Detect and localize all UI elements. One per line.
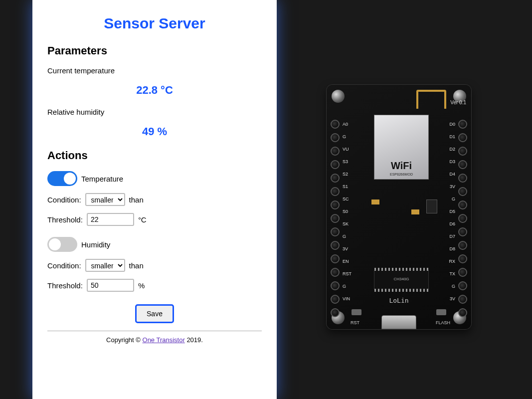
temp-condition-suffix: than	[129, 196, 144, 204]
current-temperature-label: Current temperature	[47, 66, 262, 75]
footer: Copyright © One Transistor 2019.	[47, 336, 262, 344]
board-version: Ver 0.1	[450, 100, 466, 105]
hum-condition-select[interactable]: smaller	[85, 259, 125, 272]
esp8266-shield: WiFi ESP8266MOD	[374, 115, 429, 180]
hum-threshold-label: Threshold:	[47, 281, 83, 290]
footer-divider	[47, 331, 262, 331]
pin-header-right	[458, 120, 467, 317]
temp-threshold-unit: °C	[138, 215, 147, 224]
temperature-toggle-label: Temperature	[81, 175, 123, 183]
flash-button	[436, 309, 446, 315]
temperature-toggle[interactable]	[47, 171, 77, 186]
save-button[interactable]: Save	[135, 304, 174, 323]
relative-humidity-value: 49 %	[47, 125, 262, 138]
micro-usb-port	[381, 315, 416, 329]
board-brand: LoLin	[389, 297, 408, 304]
nodemcu-board-image: Ver 0.1 WiFi ESP8266MOD A0GVUS3S2S1SCS0S…	[327, 85, 471, 329]
temp-threshold-input[interactable]	[87, 213, 134, 226]
hum-threshold-unit: %	[138, 281, 145, 290]
footer-link[interactable]: One Transistor	[143, 336, 185, 344]
temp-condition-label: Condition:	[47, 196, 81, 204]
sensor-server-panel: Sensor Server Parameters Current tempera…	[32, 0, 277, 399]
actions-heading: Actions	[47, 149, 262, 162]
humidity-toggle[interactable]	[47, 237, 77, 252]
temp-threshold-label: Threshold:	[47, 215, 83, 224]
temp-condition-select[interactable]: smaller	[85, 193, 125, 206]
relative-humidity-label: Relative humidity	[47, 108, 262, 116]
usb-serial-ic: CH340G	[374, 270, 429, 289]
parameters-heading: Parameters	[47, 44, 262, 57]
current-temperature-value: 22.8 °C	[47, 84, 262, 97]
reset-button	[352, 309, 361, 315]
page-title: Sensor Server	[47, 15, 262, 32]
antenna-icon	[416, 90, 446, 109]
hum-condition-label: Condition:	[47, 261, 81, 270]
wifi-icon: WiFi	[391, 160, 412, 172]
hum-condition-suffix: than	[129, 261, 144, 270]
pin-header-left	[331, 120, 340, 317]
hum-threshold-input[interactable]	[87, 279, 134, 292]
humidity-toggle-label: Humidity	[81, 240, 110, 249]
